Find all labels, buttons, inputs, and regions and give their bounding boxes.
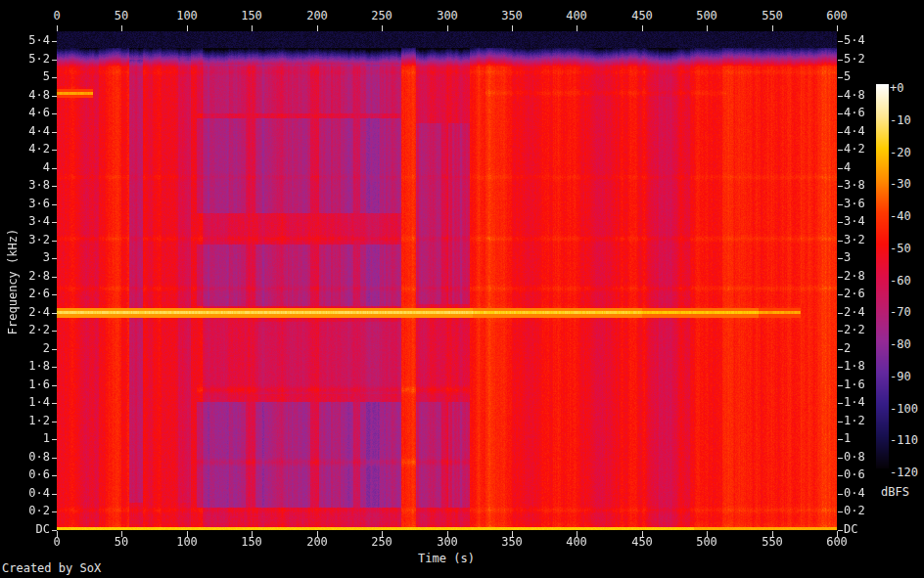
y-tick-label: 4·4 [0, 125, 50, 138]
x-tick-mark [252, 25, 253, 31]
y-tick-label: 2·4 [844, 306, 865, 319]
y-tick-label: 2·6 [844, 288, 865, 300]
y-tick-mark [838, 60, 843, 61]
y-tick-label: 5·2 [0, 53, 50, 66]
y-tick-label: 1·6 [0, 378, 50, 391]
y-tick-label: DC [844, 523, 857, 536]
y-tick-mark [52, 530, 57, 531]
y-tick-mark [52, 41, 57, 42]
x-tick-label: 450 [613, 10, 671, 22]
colorbar-tick-label: -50 [890, 243, 911, 255]
y-tick-label: DC [0, 523, 50, 536]
y-tick-mark [838, 294, 843, 295]
x-tick-mark [121, 25, 122, 31]
y-tick-mark [52, 96, 57, 97]
x-tick-label: 200 [288, 10, 346, 22]
y-tick-label: 1 [0, 432, 50, 445]
y-tick-mark [838, 150, 843, 151]
y-tick-mark [52, 204, 57, 205]
y-tick-label: 3·4 [844, 215, 865, 228]
x-tick-label: 200 [288, 536, 346, 549]
x-tick-mark [772, 25, 773, 31]
colorbar-tick-label: -60 [890, 275, 911, 288]
y-tick-label: 3·8 [844, 179, 865, 192]
y-tick-mark [52, 475, 57, 476]
y-tick-label: 0·4 [844, 487, 865, 500]
x-tick-mark [57, 25, 58, 31]
y-tick-label: 0·2 [844, 505, 865, 517]
y-tick-mark [52, 439, 57, 440]
x-tick-label: 50 [92, 536, 151, 549]
y-tick-mark [838, 277, 843, 278]
colorbar-gradient [876, 84, 889, 468]
y-tick-label: 4·8 [844, 89, 865, 102]
y-tick-label: 0·2 [0, 505, 50, 517]
colorbar-tick-label: -100 [890, 403, 918, 416]
y-tick-mark [52, 186, 57, 187]
y-tick-mark [838, 186, 843, 187]
y-tick-label: 3 [844, 251, 851, 264]
y-tick-mark [838, 313, 843, 314]
x-tick-label: 250 [352, 536, 411, 549]
y-tick-label: 2·2 [844, 324, 865, 336]
y-tick-mark [52, 349, 57, 350]
x-tick-mark [382, 25, 383, 31]
y-tick-mark [52, 222, 57, 223]
y-tick-mark [52, 511, 57, 512]
x-tick-label: 400 [547, 536, 606, 549]
y-tick-label: 3·8 [0, 179, 50, 192]
y-tick-label: 4·2 [844, 143, 865, 156]
y-tick-mark [838, 258, 843, 259]
y-tick-mark [52, 60, 57, 61]
x-axis-title: Time (s) [348, 553, 544, 565]
y-tick-mark [52, 385, 57, 386]
y-tick-label: 1·2 [0, 415, 50, 427]
y-tick-mark [52, 494, 57, 495]
y-tick-mark [838, 41, 843, 42]
y-tick-label: 0·4 [0, 487, 50, 500]
x-tick-mark [447, 25, 448, 31]
y-tick-mark [52, 113, 57, 114]
colorbar-tick-label: -30 [890, 178, 911, 191]
y-tick-mark [838, 530, 843, 531]
x-tick-mark [642, 25, 643, 31]
x-tick-label: 300 [418, 10, 477, 22]
y-tick-mark [838, 439, 843, 440]
x-tick-label: 550 [743, 536, 802, 549]
colorbar-tick-label: -120 [890, 467, 918, 479]
x-tick-label: 350 [483, 10, 541, 22]
y-tick-label: 4 [844, 161, 851, 174]
y-tick-mark [838, 367, 843, 368]
y-tick-mark [838, 168, 843, 169]
y-tick-mark [838, 113, 843, 114]
x-tick-mark [317, 25, 318, 31]
y-tick-mark [52, 403, 57, 404]
x-tick-label: 100 [158, 536, 216, 549]
y-tick-mark [52, 331, 57, 332]
y-tick-label: 1·2 [844, 415, 865, 427]
y-tick-label: 3·6 [0, 198, 50, 210]
y-tick-label: 5 [844, 70, 851, 83]
y-tick-label: 4·4 [844, 125, 865, 138]
x-tick-label: 350 [483, 536, 541, 549]
y-tick-label: 5·4 [0, 34, 50, 47]
y-tick-mark [838, 222, 843, 223]
y-tick-mark [52, 367, 57, 368]
x-tick-label: 600 [808, 10, 866, 22]
y-tick-mark [52, 132, 57, 133]
y-tick-mark [838, 331, 843, 332]
y-tick-label: 4·8 [0, 89, 50, 102]
y-tick-label: 4·2 [0, 143, 50, 156]
y-tick-mark [838, 241, 843, 242]
colorbar-tick-label: -20 [890, 147, 911, 159]
footer-credit: Created by SoX [2, 562, 101, 575]
colorbar-tick-label: -110 [890, 434, 918, 447]
y-tick-label: 5·4 [844, 34, 865, 47]
sox-spectrogram-window: 050100150200250300350400450500550600 050… [0, 0, 924, 578]
colorbar-tick-label: -80 [890, 338, 911, 351]
x-tick-label: 300 [418, 536, 477, 549]
y-tick-mark [838, 458, 843, 459]
y-tick-label: 1·6 [844, 378, 865, 391]
colorbar-unit: dBFS [881, 486, 909, 499]
x-tick-mark [837, 25, 838, 31]
